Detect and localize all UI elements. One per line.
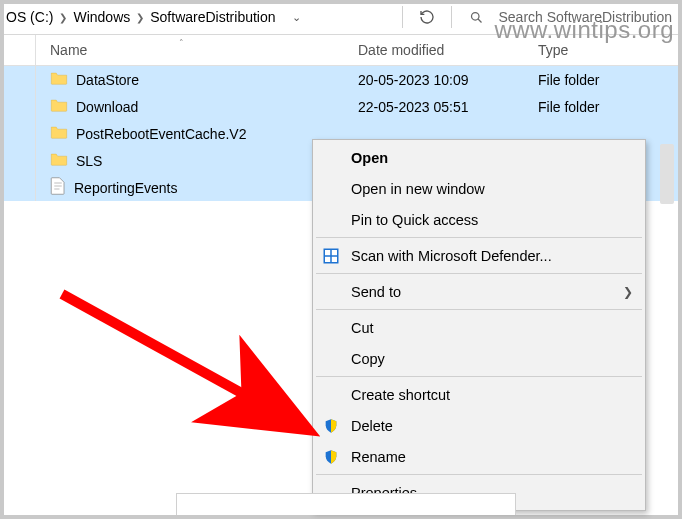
divider [451,6,452,28]
menu-item-send-to[interactable]: Send to ❯ [315,276,643,307]
menu-separator [316,376,642,377]
chevron-right-icon: ❯ [136,12,144,23]
menu-item-scan-defender[interactable]: Scan with Microsoft Defender... [315,240,643,271]
column-headers: Name Date modified Type [4,34,678,66]
column-header-date[interactable]: Date modified [344,35,524,65]
menu-item-copy[interactable]: Copy [315,343,643,374]
menu-separator [316,474,642,475]
folder-icon [50,71,68,88]
menu-item-cut[interactable]: Cut [315,312,643,343]
tree-gutter [4,147,36,174]
status-bar-stub [176,493,516,515]
file-name: ReportingEvents [74,180,178,196]
svg-point-0 [471,12,479,20]
menu-separator [316,237,642,238]
uac-shield-icon [321,447,341,467]
uac-shield-icon [321,416,341,436]
file-name: Download [76,99,138,115]
file-name: PostRebootEventCache.V2 [76,126,246,142]
folder-icon [50,98,68,115]
tree-gutter [4,93,36,120]
folder-icon [50,152,68,169]
table-row[interactable]: DataStore20-05-2023 10:09File folder [4,66,678,93]
sort-indicator-icon: ˄ [179,38,184,48]
search-input[interactable]: Search SoftwareDistribution [498,9,672,25]
breadcrumb-segment[interactable]: Windows [73,9,130,25]
svg-line-3 [62,294,294,422]
svg-line-1 [478,19,481,22]
column-header-name[interactable]: Name [36,35,344,65]
divider [402,6,403,28]
defender-icon [321,246,341,266]
context-menu: Open Open in new window Pin to Quick acc… [312,139,646,511]
tree-gutter [4,120,36,147]
menu-item-create-shortcut[interactable]: Create shortcut [315,379,643,410]
file-type: File folder [524,72,678,88]
file-name: DataStore [76,72,139,88]
menu-item-delete[interactable]: Delete [315,410,643,441]
file-icon [50,177,66,198]
tree-gutter [4,66,36,93]
menu-item-pin-quick-access[interactable]: Pin to Quick access [315,204,643,235]
scrollbar[interactable] [660,144,674,204]
menu-item-open[interactable]: Open [315,142,643,173]
breadcrumb-segment[interactable]: SoftwareDistribution [150,9,275,25]
address-bar: OS (C:) ❯ Windows ❯ SoftwareDistribution… [4,4,678,34]
file-date: 20-05-2023 10:09 [344,72,524,88]
search-icon[interactable] [466,7,486,27]
breadcrumb[interactable]: OS (C:) ❯ Windows ❯ SoftwareDistribution… [6,9,388,25]
menu-item-open-new-window[interactable]: Open in new window [315,173,643,204]
menu-separator [316,309,642,310]
annotation-highlight-box [4,201,316,239]
column-header-type[interactable]: Type [524,35,678,65]
file-name: SLS [76,153,102,169]
chevron-right-icon: ❯ [59,12,67,23]
menu-item-rename[interactable]: Rename [315,441,643,472]
file-type: File folder [524,99,678,115]
chevron-down-icon[interactable]: ⌄ [292,11,301,24]
tree-gutter [4,174,36,201]
menu-separator [316,273,642,274]
tree-gutter [4,35,36,65]
file-date: 22-05-2023 05:51 [344,99,524,115]
folder-icon [50,125,68,142]
table-row[interactable]: Download22-05-2023 05:51File folder [4,93,678,120]
refresh-icon[interactable] [417,7,437,27]
breadcrumb-root[interactable]: OS (C:) [6,9,53,25]
chevron-right-icon: ❯ [623,285,633,299]
